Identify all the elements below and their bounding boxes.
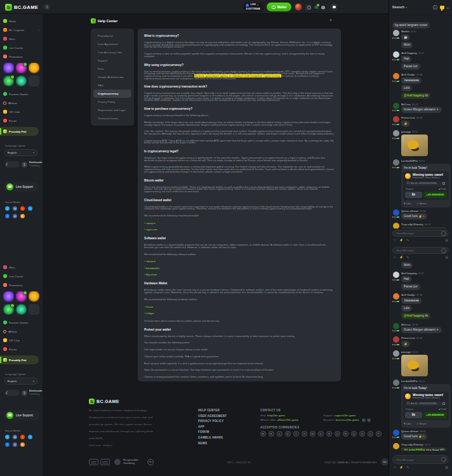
help-menu-item[interactable]: Coin Accuracy Limit xyxy=(93,48,131,56)
avatar[interactable] xyxy=(393,350,399,357)
help-menu-item[interactable]: Google Authenticator xyxy=(93,73,131,81)
emoji-icon[interactable]: ☺ xyxy=(393,466,396,469)
help-menu-item[interactable]: User Agreement xyxy=(93,40,131,48)
avatar[interactable] xyxy=(393,272,399,278)
mention[interactable]: @Anil bagang xyxy=(404,94,424,97)
chat-username[interactable]: Quinn allman xyxy=(401,430,418,433)
footer-link[interactable]: USER AGREEMENT xyxy=(198,414,253,418)
chat-message-input[interactable] xyxy=(395,458,441,462)
share-button[interactable]: ↗ Share xyxy=(416,202,427,205)
gif-icon[interactable]: ✎ xyxy=(406,239,409,242)
avatar[interactable] xyxy=(393,209,399,216)
contact-email[interactable]: affiliate@bc.game xyxy=(277,418,298,421)
sidebar-item[interactable]: Live Casino xyxy=(0,43,43,52)
discord-icon[interactable]: d xyxy=(13,442,17,447)
darkmode-toggle[interactable]: ☾ xyxy=(4,390,20,396)
avatar[interactable] xyxy=(393,430,399,436)
bet-id[interactable]: Bet ID: #670250295938... xyxy=(411,402,441,405)
language-select[interactable]: English ▾ xyxy=(4,378,37,385)
sidebar-item-provably-fair[interactable]: Provably Fair xyxy=(0,355,39,364)
help-menu-item[interactable]: Cryptocurrency xyxy=(93,89,131,98)
emoji-icon[interactable]: ☺ xyxy=(393,239,396,242)
gif-icon[interactable]: ✎ xyxy=(406,466,409,469)
help-menu-item[interactable]: Technical Issues xyxy=(93,114,131,122)
footer-link[interactable]: NEWS xyxy=(198,442,253,445)
wallet-button[interactable]: Wallet xyxy=(267,3,292,11)
game-tile[interactable] xyxy=(3,76,14,86)
rain-icon[interactable]: ⚡ xyxy=(399,256,403,259)
profit-chip[interactable]: +28.68490595 xyxy=(423,412,447,418)
chat-rooms-icon[interactable]: ▤ xyxy=(445,239,448,242)
avatar[interactable] xyxy=(393,443,399,449)
currency-display-icon[interactable]: $ xyxy=(22,162,27,168)
send-icon[interactable]: → xyxy=(441,248,446,253)
vault-icon[interactable] xyxy=(305,4,311,10)
chat-username[interactable]: Primo Live xyxy=(401,336,415,340)
game-tile[interactable] xyxy=(16,76,27,86)
footer-link[interactable]: PRIVACY POLICY xyxy=(198,420,253,423)
live-support-button[interactable]: ☎ Live Support xyxy=(4,410,39,420)
help-menu-item[interactable]: FAQ xyxy=(93,81,131,89)
sidebar-item[interactable]: VIP Club xyxy=(0,336,43,345)
sidebar-item-provably-fair[interactable]: Provably Fair xyxy=(0,127,39,136)
sidebar-item[interactable]: Slots xyxy=(0,263,43,272)
chat-username[interactable]: Primo Live xyxy=(401,116,415,119)
sidebar-item[interactable]: VIP Club xyxy=(0,107,43,116)
telegram-icon[interactable]: t xyxy=(5,435,10,439)
send-icon[interactable]: → xyxy=(441,231,446,236)
chat-username[interactable]: Trup cấp Dhanity xyxy=(401,443,423,446)
help-menu-item[interactable]: Registration and Login xyxy=(93,106,131,114)
sidebar-item[interactable]: Affiliate xyxy=(0,98,43,107)
avatar[interactable] xyxy=(393,159,399,166)
language-select[interactable]: English ▾ xyxy=(4,149,37,156)
profit-chip[interactable]: +28.68490595 xyxy=(423,192,447,198)
avatar[interactable] xyxy=(393,223,399,228)
article-link[interactable]: Mycelium xyxy=(144,273,335,276)
chat-image[interactable] xyxy=(401,135,428,156)
currency-display-icon[interactable]: $ xyxy=(22,390,27,396)
chat-username[interactable]: Anil bagang xyxy=(401,51,417,55)
discord-icon[interactable]: d xyxy=(13,214,17,218)
game-tile[interactable] xyxy=(3,291,14,302)
article-link[interactable]: xapo.com xyxy=(144,228,335,231)
help-menu-item[interactable]: Fees xyxy=(93,65,131,73)
share-button[interactable]: ↗ Share xyxy=(416,422,427,425)
like-button[interactable]: ♥ Like xyxy=(404,202,411,205)
reddit-icon[interactable]: r xyxy=(20,206,25,211)
multiplier-chip[interactable]: 9x xyxy=(405,192,422,198)
avatar[interactable] xyxy=(393,73,399,79)
game-tile[interactable] xyxy=(3,304,14,315)
trophy-icon[interactable] xyxy=(440,6,444,10)
info-icon[interactable]: i xyxy=(433,5,437,10)
vk-icon[interactable]: vk xyxy=(13,435,17,439)
chat-username[interactable]: pacoga xyxy=(401,350,411,354)
game-tile[interactable] xyxy=(29,63,39,74)
chat-toggle-icon[interactable] xyxy=(330,3,338,11)
bet-id[interactable]: Bet ID: #670250295938... xyxy=(411,182,441,185)
article-link[interactable]: copay.io xyxy=(144,260,335,263)
article-link[interactable]: Trezor xyxy=(144,305,335,308)
chat-message-input[interactable] xyxy=(395,231,441,235)
contact-email[interactable]: business@bc.game xyxy=(336,418,359,421)
telegram-icon[interactable]: t xyxy=(362,418,366,422)
chat-language-select[interactable]: Deutsch xyxy=(392,6,404,9)
contact-email[interactable]: help@bc.game xyxy=(267,414,285,417)
game-tile[interactable] xyxy=(16,304,27,315)
signal-icon[interactable]: s xyxy=(367,418,371,422)
footer-link[interactable]: HELP CENTER xyxy=(198,409,253,412)
win-card[interactable]: Winning tastes sweet! HabaHaba (Slow Wal… xyxy=(403,392,449,420)
sidebar-item[interactable]: BC Originals › xyxy=(0,25,43,34)
logo-group[interactable]: b BC.GAME ≡ xyxy=(5,0,50,14)
game-tile[interactable] xyxy=(29,304,39,315)
rain-icon[interactable]: ⚡ xyxy=(399,239,403,242)
copy-icon[interactable] xyxy=(442,402,445,405)
sidebar-item[interactable]: Forum xyxy=(0,345,43,354)
chat-image[interactable] xyxy=(401,355,428,376)
facebook-icon[interactable]: f xyxy=(5,214,10,218)
multiplier-chip[interactable]: 9x xyxy=(405,412,422,418)
chat-username[interactable]: Anil bagang xyxy=(401,272,417,275)
article-link[interactable]: breadwallet xyxy=(144,267,335,270)
mention[interactable]: @Anil bagang xyxy=(404,314,424,317)
send-icon[interactable]: → xyxy=(441,457,446,462)
help-menu-item[interactable]: Provably fair xyxy=(93,32,131,40)
